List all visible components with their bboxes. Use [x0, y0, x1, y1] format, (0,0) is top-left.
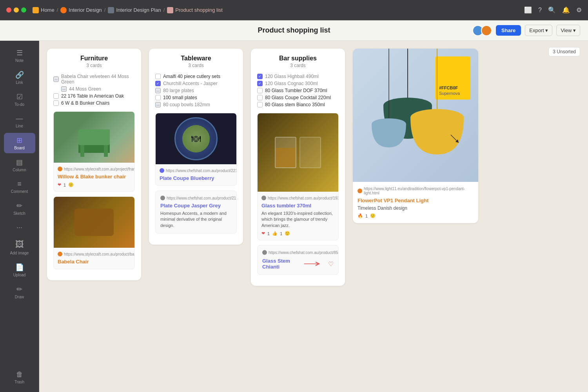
sidebar-item-line[interactable]: — Line [4, 111, 35, 131]
card-link-plate-blueberry[interactable]: Plate Coupe Blueberry [160, 175, 214, 181]
sidebar-item-link[interactable]: 🔗 Link [4, 67, 35, 88]
checkbox[interactable]: — [61, 86, 67, 92]
heart-icon: ❤ [58, 182, 61, 187]
lamp-illustration [361, 49, 470, 182]
check-item[interactable]: ✓ Churchill Accents - Jasper [155, 80, 237, 87]
checkbox[interactable]: — [53, 76, 59, 82]
sidebar-item-todo[interactable]: ☑ To-do [4, 89, 35, 110]
lamp-favicon-icon [358, 189, 362, 193]
check-label: Babela Chair velveteen 44 Moss Green [61, 74, 135, 85]
minimize-button[interactable] [14, 7, 19, 13]
breadcrumb-list[interactable]: Product shopping list [167, 7, 223, 13]
emoji-icon[interactable]: 🙂 [68, 182, 74, 187]
plan-icon [108, 7, 114, 13]
breadcrumb-interior-label: Interior Design [69, 7, 102, 13]
checkbox[interactable] [53, 100, 59, 106]
tableware-title: Tableware [155, 55, 237, 62]
sidebar-item-board[interactable]: ⊞ Board [4, 133, 35, 153]
checkbox[interactable]: ✓ [155, 81, 161, 86]
check-item[interactable]: 100 small plates [155, 94, 237, 101]
card-body: https://www.chefshat.com.au/product/2153… [156, 191, 236, 233]
sidebar-sketch-label: Sketch [13, 211, 25, 216]
checkbox[interactable]: — [155, 102, 161, 107]
card-body: https://www.chefshat.com.au/product/2212… [156, 164, 236, 185]
check-item[interactable]: 22 176 Table in American Oak [53, 93, 135, 100]
lamp-image-area: #FFCB0F Supernova [353, 49, 478, 182]
check-item[interactable]: — 80 coup bowls 182mm [155, 101, 237, 108]
columns: Furniture 3 cards — Babela Chair velvete… [47, 49, 580, 384]
check-item[interactable]: — Babela Chair velveteen 44 Moss Green [53, 73, 135, 85]
card-link-babela-chair[interactable]: Babela Chair [58, 259, 89, 265]
check-item[interactable]: ✓ 120 Glass Cognac 300ml [257, 80, 339, 87]
card-babela-chair: https://www.stylecraft.com.au/product/ba… [53, 196, 135, 269]
breadcrumb-interior[interactable]: Interior Design [60, 7, 102, 13]
breadcrumb-sep2: / [104, 7, 106, 13]
sidebar-item-comment[interactable]: ≡ Comment [4, 177, 35, 197]
help-icon[interactable]: ? [538, 7, 542, 14]
favicon-icon [160, 168, 164, 173]
check-item[interactable]: 80 Glass Tumbler DOF 370ml [257, 87, 339, 94]
check-item[interactable]: Amalfi 40 piece cutlery sets [155, 73, 237, 80]
check-label: 80 large plates [163, 88, 194, 93]
sidebar-trash-label: Trash [15, 380, 24, 384]
sidebar-item-add-image[interactable]: 🖼 Add image [4, 236, 35, 258]
sidebar-upload-label: Upload [13, 273, 26, 277]
card-link-glass-stem[interactable]: Glass Stem Chianti [262, 258, 298, 270]
check-label: Amalfi 40 piece cutlery sets [163, 74, 220, 79]
sidebar-item-draw[interactable]: ✏ Draw [4, 282, 35, 302]
furniture-checklist: — Babela Chair velveteen 44 Moss Green —… [53, 73, 135, 107]
reaction-count2: 1 [280, 231, 282, 236]
checkbox[interactable]: ✓ [257, 74, 263, 79]
reaction-count: 1 [267, 231, 270, 236]
device-icon[interactable]: ⬜ [524, 6, 532, 14]
checkbox[interactable] [257, 95, 263, 100]
lamp-link[interactable]: FlowerPot VP1 Pendant Light [358, 198, 428, 203]
card-link-bunker-chair[interactable]: Willow & Blake bunker chair [58, 174, 126, 180]
more-icon: ··· [16, 223, 22, 232]
lamp-desc: Timeless Danish design [358, 205, 474, 211]
checkbox[interactable] [53, 93, 59, 99]
sidebar-item-more[interactable]: ··· [4, 220, 35, 235]
checkbox[interactable] [155, 95, 161, 100]
breadcrumb-plan-label: Interior Design Plan [116, 7, 161, 13]
settings-icon[interactable]: ⚙ [576, 6, 582, 14]
sidebar-item-trash[interactable]: 🗑 Trash [4, 367, 35, 387]
sidebar-item-column[interactable]: ▤ Column [4, 155, 35, 175]
breadcrumb-home[interactable]: Home [33, 7, 54, 13]
sidebar-item-sketch[interactable]: ✏ Sketch [4, 198, 35, 219]
glass-stem-arrow: Glass Stem Chianti ♡ [262, 258, 334, 270]
notification-icon[interactable]: 🔔 [562, 6, 570, 14]
breadcrumb-sep1: / [57, 7, 58, 13]
check-label: 80 Glass stem Bianco 350ml [265, 102, 325, 107]
close-button[interactable] [6, 7, 11, 13]
emoji-icon[interactable]: 🙂 [285, 231, 290, 236]
checkbox[interactable]: — [155, 88, 161, 93]
sidebar: ☰ Note 🔗 Link ☑ To-do — Line ⊞ Board ▤ C… [0, 41, 39, 392]
share-button[interactable]: Share [496, 25, 521, 36]
trash-icon: 🗑 [16, 370, 23, 379]
checkbox[interactable]: ✓ [257, 81, 263, 86]
check-item[interactable]: ✓ 120 Glass Highball 490ml [257, 73, 339, 80]
export-button[interactable]: Export ▾ [525, 25, 552, 36]
checkbox[interactable] [155, 74, 161, 79]
emoji-icon[interactable]: 🙂 [370, 213, 376, 218]
view-button[interactable]: View ▾ [556, 25, 580, 36]
check-label: 6 W & B Bunker Chairs [61, 100, 109, 106]
breadcrumb-plan[interactable]: Interior Design Plan [108, 7, 161, 13]
check-item[interactable]: 80 Glass Coupe Cocktail 220ml [257, 94, 339, 101]
check-item[interactable]: 6 W & B Bunker Chairs [53, 100, 135, 107]
card-link-plate-jasper[interactable]: Plate Coupe Jasper Grey [160, 203, 221, 209]
card-link-glass-tumbler[interactable]: Glass tumbler 370ml [261, 203, 311, 209]
card-desc: An elegant 1920's-inspired collection, w… [261, 211, 334, 229]
checkbox[interactable] [257, 102, 263, 107]
maximize-button[interactable] [21, 7, 26, 13]
sidebar-item-upload[interactable]: 📄 Upload [4, 260, 35, 280]
check-item[interactable]: 80 Glass stem Bianco 350ml [257, 101, 339, 108]
search-icon[interactable]: 🔍 [548, 6, 556, 14]
sidebar-item-note[interactable]: ☰ Note [4, 45, 35, 66]
card-desc: Homespun Accents, a modern and minimal d… [160, 211, 232, 229]
check-item[interactable]: — 80 large plates [155, 87, 237, 94]
check-item[interactable]: — 44 Moss Green [53, 85, 135, 93]
checkbox[interactable] [257, 88, 263, 93]
furniture-count: 3 cards [53, 63, 135, 68]
